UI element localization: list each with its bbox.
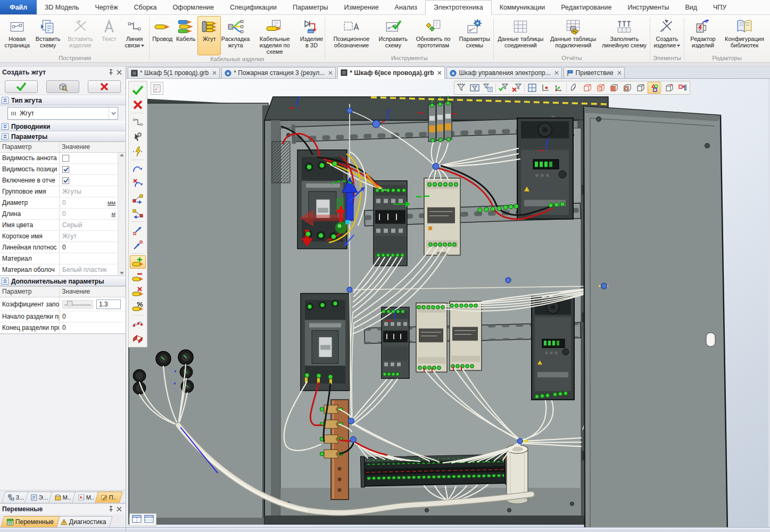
checkbox-unchecked[interactable] (62, 155, 69, 162)
left-door[interactable] (129, 98, 271, 524)
harness-button[interactable]: Жгут (197, 16, 221, 55)
menu-electrical[interactable]: Электротехника (425, 0, 492, 15)
menu-cnc[interactable]: ЧПУ (705, 0, 734, 14)
select-element-icon[interactable] (130, 130, 146, 143)
cube-wireframe-icon[interactable] (581, 82, 594, 94)
local-cs-icon[interactable] (539, 82, 552, 94)
checkbox-checked[interactable] (62, 166, 69, 173)
tab-variables[interactable]: Переменные (1, 516, 60, 527)
menu-drawing[interactable]: Чертёж (87, 0, 126, 14)
wire-percent-icon[interactable] (130, 300, 146, 313)
section-parameters[interactable]: Параметры (0, 131, 126, 142)
sweep-profile-icon[interactable] (130, 332, 146, 345)
tab-properties[interactable]: П.. (95, 492, 123, 503)
scroll-down-icon[interactable] (120, 272, 124, 275)
menu-analysis[interactable]: Анализ (387, 0, 425, 14)
cube-hidden-icon[interactable] (608, 82, 620, 94)
doc-tab[interactable]: * Пожарная станция 3 (резул... (221, 67, 336, 78)
cube-wire-circle-icon[interactable] (594, 82, 607, 94)
insert-schema-button[interactable]: Вставить схему (33, 16, 63, 54)
link-line-button[interactable]: Линия связи (121, 16, 148, 54)
param-value[interactable]: Серый (62, 221, 82, 229)
lower-mccb-breaker[interactable] (301, 294, 350, 391)
link-table-button[interactable]: Данные таблицы подключений (547, 16, 600, 54)
close-tab-icon[interactable] (617, 71, 622, 75)
menu-measure[interactable]: Измерение (336, 0, 387, 14)
confirm-icon[interactable] (130, 83, 146, 96)
harness-layout-button[interactable]: Раскладка жгута (221, 16, 250, 55)
checkbox-checked[interactable] (62, 177, 69, 184)
cancel-button[interactable] (88, 80, 121, 93)
route-curve-icon[interactable] (130, 162, 146, 175)
schema-params-button[interactable]: Параметры схемы (457, 16, 492, 54)
create-product-button[interactable]: Создать изделие (651, 16, 683, 54)
section-extra-parameters[interactable]: Дополнительные параметры (0, 276, 126, 286)
menu-file[interactable]: Файл (0, 0, 37, 14)
link-end-icon[interactable] (130, 238, 146, 252)
param-value[interactable]: 0 (62, 244, 66, 251)
pin-icon[interactable] (106, 68, 115, 77)
cube-section-icon[interactable] (663, 82, 676, 94)
close-tab-icon[interactable] (328, 71, 333, 75)
filter-window-icon[interactable] (468, 82, 481, 94)
canvas-bottom-strip[interactable] (126, 527, 770, 531)
param-value[interactable]: Жгут (62, 232, 77, 240)
viewport-layout-icon[interactable] (526, 82, 539, 94)
doc-tab[interactable]: * Шкаф 5(1 провод).grb (128, 67, 220, 78)
section-conductors[interactable]: Проводники (0, 121, 126, 131)
tab-diagnostics[interactable]: Диагностика (54, 516, 113, 527)
menu-parameters[interactable]: Параметры (285, 0, 336, 14)
doc-tab[interactable]: Приветствие (564, 67, 625, 78)
menu-3d-model[interactable]: 3D Модель (37, 0, 87, 14)
workplane-icon[interactable] (568, 82, 581, 94)
harness-type-select[interactable]: Жгут (7, 107, 118, 120)
lower-vfd-drive[interactable] (532, 297, 574, 400)
wire-button[interactable]: Провод (151, 16, 174, 55)
menu-tools[interactable]: Инструменты (619, 0, 677, 14)
library-config-button[interactable]: Конфигурация библиотек (721, 16, 768, 54)
remove-wire-icon[interactable] (130, 270, 146, 284)
electric-route-icon[interactable] (130, 145, 146, 158)
unit-link[interactable]: м (111, 211, 115, 217)
split-horizontal-icon[interactable] (144, 515, 154, 525)
display-filter-icon[interactable] (455, 82, 468, 94)
cancel-icon[interactable] (130, 98, 146, 111)
delete-wire-icon[interactable] (130, 285, 146, 298)
sheet-preview-icon[interactable] (151, 82, 163, 95)
delete-route-icon[interactable] (130, 177, 146, 190)
route-backward-icon[interactable] (130, 206, 146, 220)
menu-communications[interactable]: Коммуникации (492, 0, 553, 14)
model-export-icon[interactable] (676, 82, 689, 94)
element-highlight-icon[interactable] (648, 82, 660, 94)
param-value[interactable]: 0 (62, 324, 66, 331)
close-panel-icon[interactable] (115, 505, 123, 513)
menu-assembly[interactable]: Сборка (126, 0, 165, 14)
doc-tab-active[interactable]: * Шкаф 6(все провода).grb (337, 66, 445, 79)
param-value[interactable]: 0 (62, 210, 66, 218)
param-value[interactable]: Жгуты (62, 188, 81, 195)
close-panel-icon[interactable] (115, 68, 123, 77)
connection-line-icon[interactable] (130, 115, 146, 128)
fix-schema-button[interactable]: Исправить схему (377, 16, 410, 54)
filter-list-icon[interactable] (482, 82, 494, 94)
3d-viewport[interactable] (126, 79, 768, 531)
cable-by-schema-button[interactable]: Кабельные изделия по схеме (250, 16, 300, 55)
unit-link[interactable]: мм (107, 200, 115, 206)
add-wire-icon[interactable] (130, 255, 146, 269)
close-tab-icon[interactable] (212, 71, 217, 75)
fill-factor-slider[interactable] (62, 300, 93, 309)
fill-linear-schema-button[interactable]: Заполнить линейную схему (600, 16, 649, 54)
connection-table-button[interactable]: Данные таблицы соединений (495, 16, 547, 54)
doc-tab[interactable]: Шкаф управления электропр... (446, 67, 561, 78)
menu-specifications[interactable]: Спецификации (222, 0, 285, 14)
cube-shaded-circle-icon[interactable] (621, 82, 634, 94)
split-vertical-icon[interactable] (132, 515, 142, 525)
new-page-button[interactable]: Новая страница (2, 16, 33, 54)
link-start-icon[interactable] (130, 223, 146, 237)
pin-icon[interactable] (106, 505, 115, 513)
apply-button[interactable] (5, 80, 38, 93)
close-tab-icon[interactable] (554, 71, 559, 75)
lower-plc-module-2[interactable] (450, 302, 482, 371)
product-editor-button[interactable]: Редактор изделий (685, 16, 721, 54)
param-value[interactable]: 0 (62, 313, 66, 320)
